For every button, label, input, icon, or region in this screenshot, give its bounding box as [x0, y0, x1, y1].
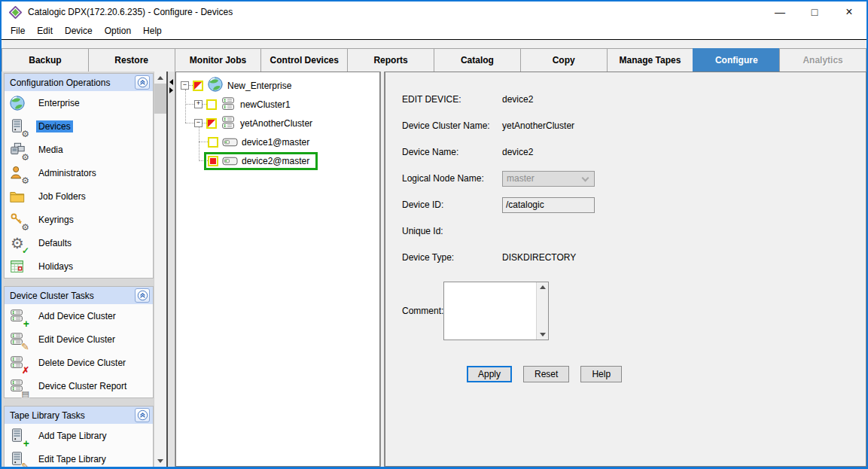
chevron-down-icon — [582, 174, 589, 181]
tab-backup[interactable]: Backup — [2, 48, 89, 72]
section-header: Device Cluster Tasks — [5, 287, 153, 304]
task-sidebar: Configuration OperationsEnterprise⚙Devic… — [2, 72, 154, 467]
chevron-double-up-icon[interactable] — [135, 408, 150, 422]
job-folders-icon — [11, 187, 30, 206]
sidebar-item-add-tape-library[interactable]: +Add Tape Library — [5, 424, 153, 447]
sidebar-item-label: Delete Device Cluster — [36, 357, 128, 369]
sidebar-item-add-device-cluster[interactable]: +Add Device Cluster — [5, 304, 153, 327]
sidebar-item-holidays[interactable]: Holidays — [5, 254, 153, 278]
tab-analytics[interactable]: Analytics — [779, 48, 866, 72]
tree-checkbox-unchecked[interactable] — [208, 137, 218, 148]
sidebar-splitter[interactable] — [166, 72, 175, 467]
scrollbar-track[interactable] — [154, 84, 166, 455]
tree-node-label[interactable]: yetAnotherCluster — [240, 118, 312, 129]
section-header: Tape Library Tasks — [5, 407, 153, 424]
reset-button[interactable]: Reset — [523, 366, 569, 382]
tree-connector-line — [185, 123, 194, 123]
device-type-label: Device Type: — [402, 252, 502, 263]
app-logo-icon — [9, 6, 22, 19]
sidebar-item-job-folders[interactable]: Job Folders — [5, 184, 153, 208]
device-icon — [222, 157, 238, 166]
minimize-button[interactable]: — — [763, 2, 797, 23]
tree-checkbox-unchecked[interactable] — [206, 99, 217, 110]
apply-button[interactable]: Apply — [467, 366, 512, 382]
defaults-icon: ⚙✓ — [11, 234, 30, 252]
sidebar-item-edit-device-cluster[interactable]: ✎Edit Device Cluster — [5, 327, 153, 351]
collapse-expander-icon[interactable]: − — [194, 119, 203, 127]
section-title: Configuration Operations — [10, 78, 110, 88]
tree-checkbox-partial[interactable] — [193, 81, 203, 91]
tree-node-label[interactable]: device2@master — [242, 156, 309, 166]
collapse-right-icon[interactable] — [169, 87, 173, 93]
section-header: Configuration Operations — [5, 74, 153, 91]
maximize-button[interactable]: □ — [797, 2, 832, 23]
sidebar-item-device-cluster-report[interactable]: ▤Device Cluster Report — [5, 374, 153, 397]
tree-node-label[interactable]: New_Enterprise — [227, 81, 291, 91]
sidebar-item-delete-device-cluster[interactable]: ✗Delete Device Cluster — [5, 351, 153, 374]
delete-device-cluster-icon: ✗ — [11, 354, 30, 372]
sidebar-item-label: Keyrings — [36, 214, 76, 226]
edit-device-form: EDIT DEVICE: device2 Device Cluster Name… — [385, 72, 866, 467]
chevron-double-up-icon[interactable] — [135, 288, 150, 303]
comment-textarea[interactable] — [443, 282, 549, 340]
sidebar-item-label: Defaults — [36, 237, 74, 249]
close-button[interactable]: × — [832, 2, 866, 23]
sidebar-item-devices[interactable]: ⚙Devices — [5, 114, 153, 138]
menu-file[interactable]: File — [5, 23, 31, 39]
menu-help[interactable]: Help — [137, 23, 168, 39]
sidebar-item-administrators[interactable]: ⚙Administrators — [5, 161, 153, 184]
scroll-up-arrow-icon[interactable] — [154, 72, 166, 84]
menu-device[interactable]: Device — [59, 23, 99, 39]
collapse-expander-icon[interactable]: − — [181, 81, 189, 90]
sidebar-item-edit-tape-library[interactable]: ✎Edit Tape Library — [5, 447, 153, 467]
tab-restore[interactable]: Restore — [88, 48, 175, 72]
menu-option[interactable]: Option — [99, 23, 137, 39]
tab-copy[interactable]: Copy — [520, 48, 608, 72]
tab-reports[interactable]: Reports — [347, 48, 434, 72]
tree-node-content: device1@master — [208, 137, 309, 148]
tree-node-content: yetAnotherCluster — [206, 115, 312, 131]
sidebar-item-label: Devices — [36, 120, 73, 132]
sidebar-item-defaults[interactable]: ⚙✓Defaults — [5, 231, 153, 254]
tree-row-newcluster1[interactable]: +newCluster1 — [176, 95, 379, 114]
tab-catalog[interactable]: Catalog — [434, 48, 521, 72]
tree-row-yetanothercluster[interactable]: −yetAnotherCluster — [176, 114, 379, 132]
sidebar-item-enterprise[interactable]: Enterprise — [5, 91, 153, 114]
scroll-down-arrow-icon[interactable] — [154, 455, 166, 467]
scroll-down-arrow-icon[interactable] — [540, 333, 546, 337]
tree-node-label[interactable]: device1@master — [242, 137, 309, 148]
tree-checkbox-checked[interactable] — [208, 156, 218, 166]
tree-checkbox-partial[interactable] — [206, 118, 217, 129]
sidebar-item-label: Media — [36, 144, 65, 156]
cluster-icon — [221, 115, 236, 131]
comment-scrollbar[interactable] — [536, 282, 548, 340]
device-cluster-name-label: Device Cluster Name: — [402, 120, 502, 131]
scrollbar-thumb[interactable] — [154, 84, 166, 114]
expand-expander-icon[interactable]: + — [194, 100, 203, 108]
scroll-up-arrow-icon[interactable] — [540, 285, 546, 289]
sidebar-section-device-cluster-tasks: Device Cluster Tasks+Add Device Cluster✎… — [4, 286, 154, 398]
logical-node-name-label: Logical Node Name: — [402, 173, 502, 184]
holidays-icon — [11, 257, 30, 276]
media-icon: ⚙ — [11, 141, 30, 159]
sidebar-section-tape-library-tasks: Tape Library Tasks+Add Tape Library✎Edit… — [4, 406, 154, 467]
tab-configure[interactable]: Configure — [693, 48, 780, 72]
device-id-input[interactable] — [502, 197, 595, 213]
sidebar-item-media[interactable]: ⚙Media — [5, 138, 153, 161]
tree-row-device2-master[interactable]: device2@master — [176, 151, 379, 170]
tab-manage-tapes[interactable]: Manage Tapes — [607, 48, 694, 72]
title-bar: Catalogic DPX(172.20.6.235) - Configure … — [2, 2, 866, 23]
collapse-left-icon[interactable] — [169, 79, 173, 85]
tab-control-devices[interactable]: Control Devices — [260, 48, 348, 72]
help-button[interactable]: Help — [580, 366, 622, 382]
tab-monitor-jobs[interactable]: Monitor Jobs — [175, 48, 262, 72]
sidebar-scrollbar[interactable] — [154, 72, 166, 467]
tree-node-label[interactable]: newCluster1 — [240, 99, 291, 110]
sidebar-item-label: Enterprise — [36, 97, 82, 109]
chevron-double-up-icon[interactable] — [135, 75, 150, 90]
menu-edit[interactable]: Edit — [31, 23, 59, 39]
sidebar-item-keyrings[interactable]: ⚙Keyrings — [5, 208, 153, 231]
tree-row-device1-master[interactable]: device1@master — [176, 132, 379, 151]
form-buttons: ApplyResetHelp — [467, 366, 866, 382]
tree-row-new-enterprise[interactable]: −New_Enterprise — [176, 76, 379, 95]
